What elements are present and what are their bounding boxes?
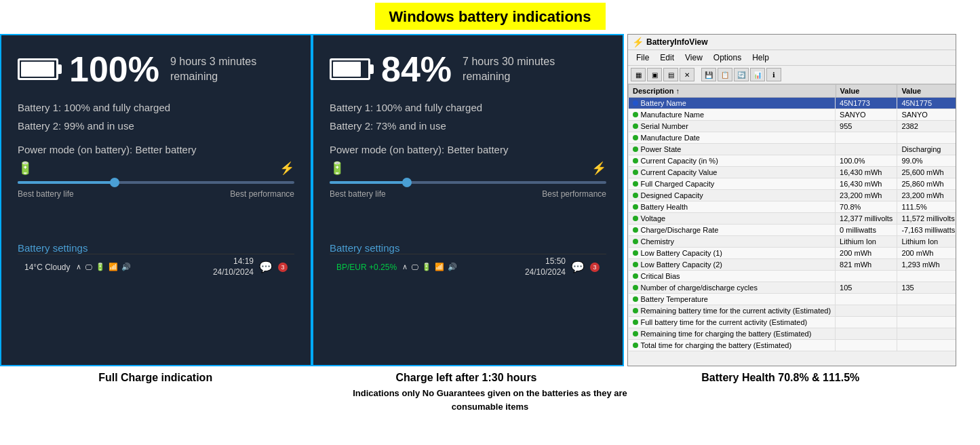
toolbar-btn-2[interactable]: ▣ — [647, 68, 662, 81]
biv-menu-view[interactable]: View — [680, 52, 708, 64]
caption-title-2: Charge left after 1:30 hours — [311, 372, 621, 384]
battery-panel-2: 84% 7 hours 30 minutes remaining Battery… — [312, 34, 624, 366]
row-value2 — [897, 132, 956, 144]
toolbar-btn-6[interactable]: 📋 — [718, 68, 732, 81]
row-value1 — [836, 271, 897, 282]
toolbar-btn-4[interactable]: ✕ — [680, 68, 694, 81]
row-value2 — [897, 328, 956, 340]
row-value1 — [836, 340, 897, 351]
row-value1: 23,200 mWh — [836, 190, 897, 201]
toolbar-btn-8[interactable]: 📊 — [750, 68, 765, 81]
toolbar-btn-5[interactable]: 💾 — [701, 68, 716, 81]
biv-menu-edit[interactable]: Edit — [654, 52, 680, 64]
power-mode-1: Power mode (on battery): Better battery — [18, 144, 294, 155]
toolbar-btn-7[interactable]: 🔄 — [734, 68, 749, 81]
row-value2: SANYO — [897, 109, 956, 121]
row-indicator — [633, 216, 638, 221]
table-row: Critical Bias — [629, 271, 956, 282]
row-value1 — [836, 305, 897, 317]
row-indicator — [633, 100, 638, 106]
row-indicator — [633, 285, 638, 290]
battery-settings-link-2[interactable]: Battery settings — [330, 242, 606, 254]
captions-row: Full Charge indication Charge left after… — [0, 372, 936, 384]
taskbar-weather-1: 14°C Cloudy — [24, 263, 71, 272]
table-row: ChemistryLithium IonLithium Ion — [629, 236, 956, 248]
caption-title-1: Full Charge indication — [0, 372, 311, 384]
row-value2: 135 — [897, 282, 956, 294]
row-indicator — [633, 112, 638, 117]
caption-2: Charge left after 1:30 hours — [311, 372, 621, 384]
taskbar-monitor-icon-1: 🖵 — [85, 263, 92, 271]
taskbar-badge-2: 3 — [590, 263, 600, 272]
row-indicator — [633, 123, 638, 129]
table-row: Total time for charging the battery (Est… — [629, 340, 956, 351]
col-description: Description ↑ — [629, 85, 836, 98]
row-label: Serial Number — [629, 121, 836, 132]
row-indicator — [633, 296, 638, 302]
row-value1: 200 mWh — [836, 248, 897, 259]
row-label: Full battery time for the current activi… — [629, 317, 836, 328]
row-value1 — [836, 144, 897, 155]
taskbar-arrow-1: ∧ — [76, 263, 81, 271]
performance-icon-2: ⚡ — [591, 161, 606, 176]
toolbar-btn-3[interactable]: ▤ — [663, 68, 678, 81]
biv-titlebar: ⚡ BatteryInfoView — [628, 35, 956, 50]
slider-label-left-2: Best battery life — [330, 189, 386, 199]
disclaimer: Indications only No Guarantees given on … — [0, 387, 980, 413]
row-value1 — [836, 294, 897, 305]
row-value2 — [897, 305, 956, 317]
row-label: Chemistry — [629, 236, 836, 247]
row-value1: 821 mWh — [836, 259, 897, 271]
biv-menu-options[interactable]: Options — [708, 52, 747, 64]
toolbar-btn-9[interactable]: ℹ — [766, 68, 781, 81]
performance-icon-1: ⚡ — [279, 161, 294, 176]
row-indicator — [633, 147, 638, 152]
battery-percent-1: 100% — [69, 49, 159, 90]
table-row: Manufacture NameSANYOSANYO — [629, 109, 956, 121]
row-value1: 16,430 mWh — [836, 167, 897, 178]
row-value1: 45N1773 — [836, 98, 897, 109]
table-row: Current Capacity (in %)100.0%99.0% — [629, 155, 956, 167]
toolbar-btn-1[interactable]: ▦ — [631, 68, 646, 81]
row-indicator — [633, 308, 638, 313]
battery-life-icon-1: 🔋 — [18, 161, 33, 176]
taskbar-arrow-2: ∧ — [402, 263, 408, 271]
row-indicator — [633, 262, 638, 267]
row-indicator — [633, 170, 638, 175]
biv-table: Description ↑ Value Value Battery Name45… — [628, 84, 956, 351]
battery-settings-link-1[interactable]: Battery settings — [18, 242, 294, 254]
row-label: Manufacture Name — [629, 109, 836, 120]
taskbar-msg-icon-2: 💬 — [571, 260, 585, 273]
biv-menu-file[interactable]: File — [631, 52, 654, 64]
battery2-info-1: Battery 2: 99% and in use — [18, 120, 294, 132]
row-value1 — [836, 132, 897, 144]
row-indicator — [633, 343, 638, 348]
row-value2: 11,572 millivolts — [897, 213, 956, 225]
table-row: Voltage12,377 millivolts11,572 millivolt… — [629, 213, 956, 225]
table-row: Serial Number9552382 — [629, 121, 956, 132]
battery1-info-2: Battery 1: 100% and fully charged — [330, 102, 606, 113]
row-label: Full Charged Capacity — [629, 178, 836, 189]
row-value2: -7,163 milliwatts — [897, 225, 956, 236]
biv-menu-help[interactable]: Help — [747, 52, 775, 64]
row-value2: 2382 — [897, 121, 956, 132]
row-indicator — [633, 227, 638, 233]
row-value2: 111.5% — [897, 201, 956, 213]
battery-time-1: 9 hours 3 minutes remaining — [170, 54, 256, 85]
caption-title-3: Battery Health 70.8% & 111.5% — [625, 372, 936, 384]
table-row: Full Charged Capacity16,430 mWh25,860 mW… — [629, 178, 956, 190]
row-value2 — [897, 340, 956, 351]
battery-icon-1 — [18, 58, 58, 80]
row-indicator — [633, 181, 638, 187]
battery1-info-1: Battery 1: 100% and fully charged — [18, 102, 294, 113]
taskbar-volume-icon-1: 🔊 — [121, 263, 131, 271]
row-label: Remaining battery time for the current a… — [629, 305, 836, 316]
col-value1: Value — [836, 85, 897, 98]
row-label: Low Battery Capacity (2) — [629, 259, 836, 270]
battery-panel-1: 100% 9 hours 3 minutes remaining Battery… — [0, 34, 312, 366]
taskbar-msg-icon-1: 💬 — [259, 260, 273, 273]
row-indicator — [633, 135, 638, 140]
row-value1: 70.8% — [836, 201, 897, 213]
table-row: Power StateDischarging — [629, 144, 956, 155]
biv-panel: ⚡ BatteryInfoView File Edit View Options… — [627, 34, 956, 366]
